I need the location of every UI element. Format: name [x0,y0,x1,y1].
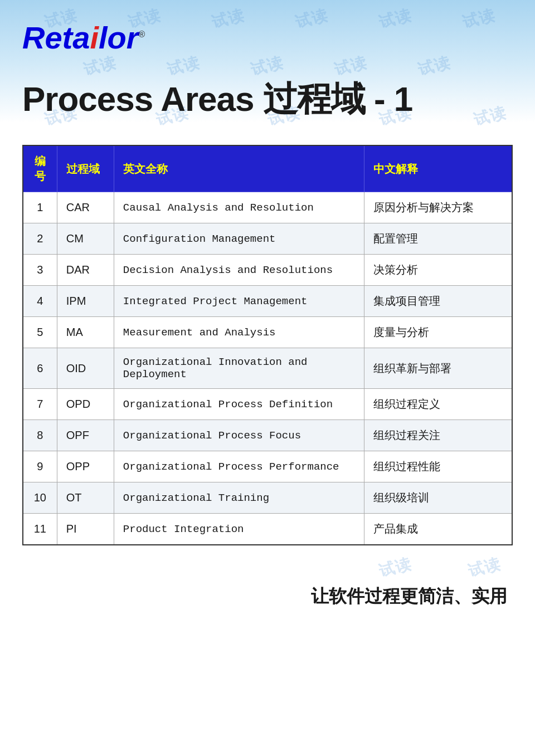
cell-en: Organizational Process Performance [114,451,364,482]
logo-container: Retailor® [22,22,145,53]
table-row: 2CMConfiguration Management配置管理 [23,223,512,255]
cell-num: 8 [23,420,57,451]
cell-cn: 产品集成 [364,514,512,545]
cell-num: 2 [23,223,57,255]
cell-abbr: OPP [57,451,114,482]
cell-num: 5 [23,317,57,348]
cell-cn: 组织过程性能 [364,451,512,482]
table-row: 4IPMIntegrated Project Management集成项目管理 [23,286,512,317]
cell-en: Integrated Project Management [114,286,364,317]
cell-cn: 组织过程定义 [364,389,512,420]
cell-abbr: CM [57,223,114,255]
header-abbr: 过程域 [57,145,114,192]
cell-num: 10 [23,482,57,514]
cell-en: Organizational Innovation and Deployment [114,348,364,389]
cell-num: 3 [23,255,57,286]
logo-i: i [90,20,99,55]
table-row: 5MAMeasurement and Analysis度量与分析 [23,317,512,348]
cell-cn: 度量与分析 [364,317,512,348]
table-header-row: 编号 过程域 英文全称 中文解释 [23,145,512,192]
cell-num: 1 [23,192,57,223]
table-row: 11PIProduct Integration产品集成 [23,514,512,545]
cell-abbr: OID [57,348,114,389]
cell-cn: 组织过程关注 [364,420,512,451]
footer-slogan: 让软件过程更简洁、实用 [22,573,513,620]
cell-abbr: IPM [57,286,114,317]
cell-abbr: OPF [57,420,114,451]
cell-num: 6 [23,348,57,389]
cell-abbr: OPD [57,389,114,420]
table-row: 1CARCausal Analysis and Resolution原因分析与解… [23,192,512,223]
cell-abbr: CAR [57,192,114,223]
cell-cn: 决策分析 [364,255,512,286]
cell-abbr: PI [57,514,114,545]
header-en: 英文全称 [114,145,364,192]
header-num: 编号 [23,145,57,192]
table-row: 6OIDOrganizational Innovation and Deploy… [23,348,512,389]
cell-num: 11 [23,514,57,545]
cell-en: Organizational Process Definition [114,389,364,420]
cell-en: Causal Analysis and Resolution [114,192,364,223]
cell-num: 4 [23,286,57,317]
cell-cn: 组织革新与部署 [364,348,512,389]
cell-en: Decision Analysis and Resolutions [114,255,364,286]
cell-cn: 组织级培训 [364,482,512,514]
cell-cn: 原因分析与解决方案 [364,192,512,223]
main-content: Retailor® Process Areas 过程域 - 1 编号 过程域 英… [0,0,535,637]
cell-en: Organizational Training [114,482,364,514]
logo-prefix: Reta [22,20,90,55]
logo-registered-symbol: ® [139,30,145,39]
table-row: 10OTOrganizational Training组织级培训 [23,482,512,514]
cell-abbr: DAR [57,255,114,286]
cell-cn: 配置管理 [364,223,512,255]
table-row: 3DARDecision Analysis and Resolutions决策分… [23,255,512,286]
cell-num: 9 [23,451,57,482]
cell-abbr: OT [57,482,114,514]
cell-en: Organizational Process Focus [114,420,364,451]
logo-suffix: lor [99,20,139,55]
table-row: 7OPDOrganizational Process Definition组织过… [23,389,512,420]
cell-en: Measurement and Analysis [114,317,364,348]
page-title: Process Areas 过程域 - 1 [22,76,513,123]
table-row: 9OPPOrganizational Process Performance组织… [23,451,512,482]
cell-en: Product Integration [114,514,364,545]
process-areas-table: 编号 过程域 英文全称 中文解释 1CARCausal Analysis and… [22,145,513,545]
cell-abbr: MA [57,317,114,348]
logo-area: Retailor® [22,17,513,59]
logo-text: Retailor® [22,22,145,53]
cell-en: Configuration Management [114,223,364,255]
cell-num: 7 [23,389,57,420]
cell-cn: 集成项目管理 [364,286,512,317]
header-cn: 中文解释 [364,145,512,192]
table-row: 8OPFOrganizational Process Focus组织过程关注 [23,420,512,451]
